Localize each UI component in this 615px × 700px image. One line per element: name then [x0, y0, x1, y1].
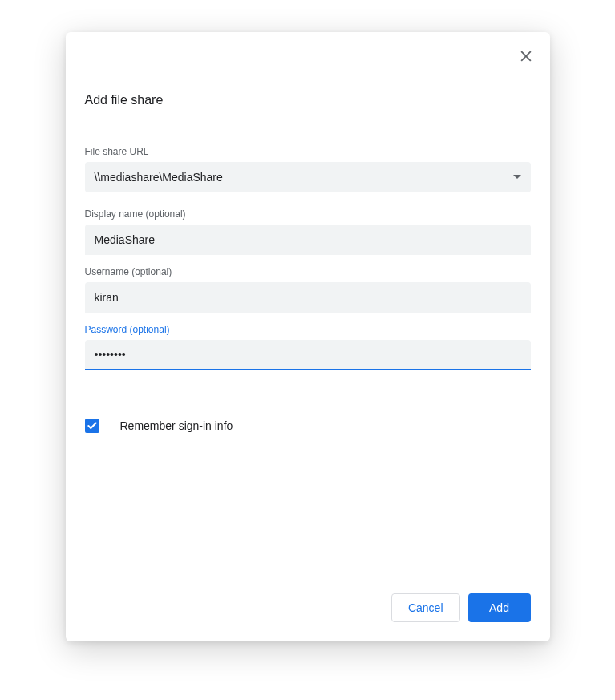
password-input[interactable] — [85, 340, 531, 370]
password-label: Password (optional) — [85, 324, 531, 335]
file-share-url-select[interactable]: \\mediashare\MediaShare — [85, 162, 531, 192]
remember-checkbox-label: Remember sign-in info — [120, 419, 233, 432]
add-button[interactable]: Add — [468, 593, 531, 622]
check-icon — [87, 420, 98, 431]
file-share-url-label: File share URL — [85, 146, 531, 157]
close-icon — [518, 48, 534, 64]
add-file-share-dialog: Add file share File share URL \\mediasha… — [66, 32, 550, 641]
display-name-input[interactable] — [85, 225, 531, 255]
close-button[interactable] — [516, 47, 536, 66]
username-input[interactable] — [85, 282, 531, 313]
cancel-button[interactable]: Cancel — [391, 593, 460, 622]
file-share-url-value: \\mediashare\MediaShare — [95, 171, 223, 184]
remember-checkbox[interactable] — [85, 419, 99, 433]
dialog-title: Add file share — [66, 51, 550, 114]
username-label: Username (optional) — [85, 266, 531, 277]
display-name-label: Display name (optional) — [85, 208, 531, 220]
chevron-down-icon — [513, 175, 521, 180]
